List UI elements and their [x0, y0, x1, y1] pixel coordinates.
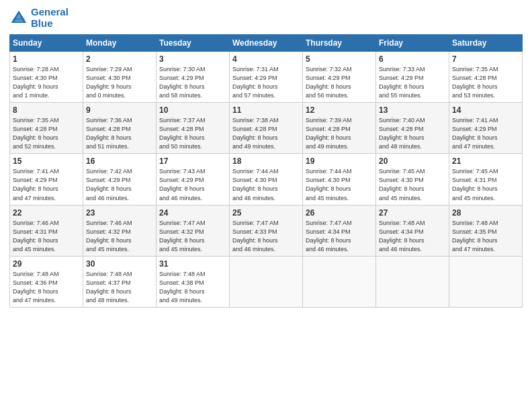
day-info: Sunrise: 7:36 AMSunset: 4:28 PMDaylight:…: [86, 116, 153, 151]
day-info: Sunrise: 7:44 AMSunset: 4:30 PMDaylight:…: [306, 167, 373, 202]
day-info: Sunrise: 7:42 AMSunset: 4:29 PMDaylight:…: [86, 167, 153, 202]
day-number: 28: [452, 208, 519, 218]
day-cell: 21Sunrise: 7:45 AMSunset: 4:31 PMDayligh…: [449, 154, 523, 205]
day-cell: 24Sunrise: 7:47 AMSunset: 4:32 PMDayligh…: [157, 205, 230, 256]
day-cell: 1Sunrise: 7:28 AMSunset: 4:30 PMDaylight…: [10, 52, 83, 103]
day-cell: 23Sunrise: 7:46 AMSunset: 4:32 PMDayligh…: [83, 205, 157, 256]
day-number: 20: [379, 156, 446, 166]
day-info: Sunrise: 7:46 AMSunset: 4:31 PMDaylight:…: [13, 219, 80, 254]
day-number: 10: [159, 105, 226, 115]
day-number: 5: [306, 54, 373, 64]
day-info: Sunrise: 7:35 AMSunset: 4:28 PMDaylight:…: [13, 116, 80, 151]
week-row-2: 8Sunrise: 7:35 AMSunset: 4:28 PMDaylight…: [10, 103, 523, 154]
day-info: Sunrise: 7:30 AMSunset: 4:29 PMDaylight:…: [159, 65, 226, 100]
day-info: Sunrise: 7:33 AMSunset: 4:29 PMDaylight:…: [379, 65, 446, 100]
day-cell: 10Sunrise: 7:37 AMSunset: 4:28 PMDayligh…: [157, 103, 230, 154]
week-row-1: 1Sunrise: 7:28 AMSunset: 4:30 PMDaylight…: [10, 52, 523, 103]
day-info: Sunrise: 7:48 AMSunset: 4:35 PMDaylight:…: [452, 219, 519, 254]
column-header-tuesday: Tuesday: [157, 35, 230, 52]
day-number: 26: [306, 208, 373, 218]
day-number: 2: [86, 54, 153, 64]
day-info: Sunrise: 7:47 AMSunset: 4:32 PMDaylight:…: [159, 219, 226, 254]
column-header-monday: Monday: [83, 35, 157, 52]
day-number: 19: [306, 156, 373, 166]
day-number: 1: [13, 54, 80, 64]
day-cell: 4Sunrise: 7:31 AMSunset: 4:29 PMDaylight…: [230, 52, 303, 103]
day-cell: [449, 256, 523, 307]
logo: General Blue: [9, 7, 69, 29]
day-number: 12: [306, 105, 373, 115]
day-cell: 29Sunrise: 7:48 AMSunset: 4:36 PMDayligh…: [10, 256, 83, 307]
day-number: 17: [159, 156, 226, 166]
day-cell: 26Sunrise: 7:47 AMSunset: 4:34 PMDayligh…: [303, 205, 376, 256]
day-cell: 28Sunrise: 7:48 AMSunset: 4:35 PMDayligh…: [449, 205, 523, 256]
day-info: Sunrise: 7:43 AMSunset: 4:29 PMDaylight:…: [159, 167, 226, 202]
column-header-sunday: Sunday: [10, 35, 83, 52]
day-number: 13: [379, 105, 446, 115]
day-info: Sunrise: 7:41 AMSunset: 4:29 PMDaylight:…: [452, 116, 519, 151]
column-header-wednesday: Wednesday: [230, 35, 303, 52]
week-row-5: 29Sunrise: 7:48 AMSunset: 4:36 PMDayligh…: [10, 256, 523, 307]
column-header-saturday: Saturday: [449, 35, 523, 52]
day-cell: 14Sunrise: 7:41 AMSunset: 4:29 PMDayligh…: [449, 103, 523, 154]
day-info: Sunrise: 7:46 AMSunset: 4:32 PMDaylight:…: [86, 219, 153, 254]
day-number: 18: [232, 156, 300, 166]
week-row-3: 15Sunrise: 7:41 AMSunset: 4:29 PMDayligh…: [10, 154, 523, 205]
day-info: Sunrise: 7:38 AMSunset: 4:28 PMDaylight:…: [232, 116, 300, 151]
day-number: 31: [159, 259, 226, 269]
column-header-thursday: Thursday: [303, 35, 376, 52]
day-number: 15: [13, 156, 80, 166]
day-number: 29: [13, 259, 80, 269]
day-cell: 31Sunrise: 7:48 AMSunset: 4:38 PMDayligh…: [157, 256, 230, 307]
day-number: 11: [232, 105, 300, 115]
day-number: 27: [379, 208, 446, 218]
day-info: Sunrise: 7:47 AMSunset: 4:33 PMDaylight:…: [232, 219, 300, 254]
day-cell: 25Sunrise: 7:47 AMSunset: 4:33 PMDayligh…: [230, 205, 303, 256]
day-info: Sunrise: 7:47 AMSunset: 4:34 PMDaylight:…: [306, 219, 373, 254]
day-number: 9: [86, 105, 153, 115]
day-info: Sunrise: 7:48 AMSunset: 4:34 PMDaylight:…: [379, 219, 446, 254]
day-cell: 16Sunrise: 7:42 AMSunset: 4:29 PMDayligh…: [83, 154, 157, 205]
day-number: 6: [379, 54, 446, 64]
day-cell: 19Sunrise: 7:44 AMSunset: 4:30 PMDayligh…: [303, 154, 376, 205]
day-cell: 7Sunrise: 7:35 AMSunset: 4:28 PMDaylight…: [449, 52, 523, 103]
day-info: Sunrise: 7:31 AMSunset: 4:29 PMDaylight:…: [232, 65, 300, 100]
logo-icon: [9, 9, 28, 28]
day-cell: 12Sunrise: 7:39 AMSunset: 4:28 PMDayligh…: [303, 103, 376, 154]
day-cell: 13Sunrise: 7:40 AMSunset: 4:28 PMDayligh…: [376, 103, 449, 154]
day-info: Sunrise: 7:40 AMSunset: 4:28 PMDaylight:…: [379, 116, 446, 151]
day-cell: 11Sunrise: 7:38 AMSunset: 4:28 PMDayligh…: [230, 103, 303, 154]
column-header-friday: Friday: [376, 35, 449, 52]
day-cell: 9Sunrise: 7:36 AMSunset: 4:28 PMDaylight…: [83, 103, 157, 154]
day-info: Sunrise: 7:35 AMSunset: 4:28 PMDaylight:…: [452, 65, 519, 100]
day-cell: 17Sunrise: 7:43 AMSunset: 4:29 PMDayligh…: [157, 154, 230, 205]
day-cell: [376, 256, 449, 307]
day-info: Sunrise: 7:32 AMSunset: 4:29 PMDaylight:…: [306, 65, 373, 100]
day-info: Sunrise: 7:41 AMSunset: 4:29 PMDaylight:…: [13, 167, 80, 202]
day-info: Sunrise: 7:29 AMSunset: 4:30 PMDaylight:…: [86, 65, 153, 100]
day-number: 22: [13, 208, 80, 218]
day-number: 21: [452, 156, 519, 166]
day-info: Sunrise: 7:28 AMSunset: 4:30 PMDaylight:…: [13, 65, 80, 100]
day-info: Sunrise: 7:44 AMSunset: 4:30 PMDaylight:…: [232, 167, 300, 202]
day-cell: 5Sunrise: 7:32 AMSunset: 4:29 PMDaylight…: [303, 52, 376, 103]
day-number: 23: [86, 208, 153, 218]
calendar-table: SundayMondayTuesdayWednesdayThursdayFrid…: [9, 34, 523, 308]
day-cell: 30Sunrise: 7:48 AMSunset: 4:37 PMDayligh…: [83, 256, 157, 307]
day-cell: 27Sunrise: 7:48 AMSunset: 4:34 PMDayligh…: [376, 205, 449, 256]
day-number: 25: [232, 208, 300, 218]
day-info: Sunrise: 7:48 AMSunset: 4:38 PMDaylight:…: [159, 270, 226, 305]
day-info: Sunrise: 7:48 AMSunset: 4:37 PMDaylight:…: [86, 270, 153, 305]
calendar-header-row: SundayMondayTuesdayWednesdayThursdayFrid…: [10, 35, 523, 52]
header: General Blue: [9, 7, 523, 29]
day-info: Sunrise: 7:45 AMSunset: 4:31 PMDaylight:…: [452, 167, 519, 202]
day-cell: 18Sunrise: 7:44 AMSunset: 4:30 PMDayligh…: [230, 154, 303, 205]
day-cell: 8Sunrise: 7:35 AMSunset: 4:28 PMDaylight…: [10, 103, 83, 154]
day-number: 14: [452, 105, 519, 115]
day-info: Sunrise: 7:48 AMSunset: 4:36 PMDaylight:…: [13, 270, 80, 305]
day-number: 7: [452, 54, 519, 64]
day-cell: 6Sunrise: 7:33 AMSunset: 4:29 PMDaylight…: [376, 52, 449, 103]
logo-text: General Blue: [31, 7, 69, 29]
day-info: Sunrise: 7:39 AMSunset: 4:28 PMDaylight:…: [306, 116, 373, 151]
day-info: Sunrise: 7:45 AMSunset: 4:30 PMDaylight:…: [379, 167, 446, 202]
